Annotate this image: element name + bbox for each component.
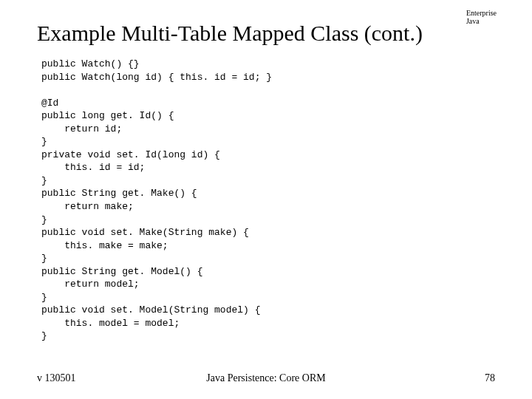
footer-title: Java Persistence: Core ORM [37,372,495,384]
slide: Enterprise Java Example Multi-Table Mapp… [0,0,532,399]
corner-line-2: Java [466,17,497,25]
corner-tag: Enterprise Java [466,9,497,25]
footer: v 130501 Java Persistence: Core ORM 78 [37,372,495,384]
page-title: Example Multi-Table Mapped Class (cont.) [37,21,495,46]
corner-line-1: Enterprise [466,9,497,17]
code-block: public Watch() {} public Watch(long id) … [41,58,495,343]
